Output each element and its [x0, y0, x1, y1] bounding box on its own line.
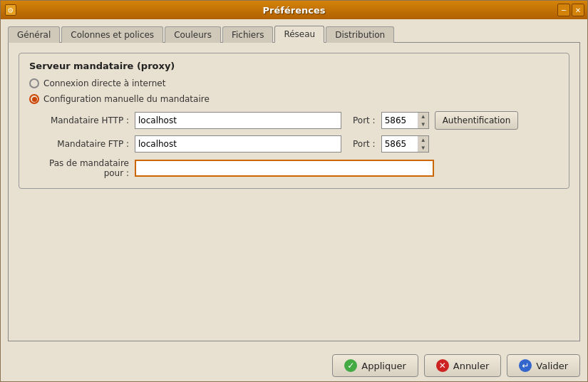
- http-port-spinners: ▲ ▼: [418, 113, 428, 128]
- minimize-button[interactable]: ─: [557, 4, 570, 16]
- ftp-port-label: Port :: [353, 139, 376, 149]
- tab-general[interactable]: Général: [8, 26, 60, 43]
- radio-row-manual: Configuration manuelle du mandataire: [29, 94, 559, 104]
- ftp-port-up[interactable]: ▲: [418, 136, 428, 144]
- http-proxy-row: Mandataire HTTP : Port : ▲ ▼ Authentific…: [29, 111, 559, 130]
- tab-columns[interactable]: Colonnes et polices: [61, 26, 163, 43]
- http-port-wrap: ▲ ▼: [381, 112, 429, 129]
- http-port-up[interactable]: ▲: [418, 113, 428, 120]
- window-icon: ⚙: [5, 4, 16, 16]
- tab-bar: Général Colonnes et polices Couleurs Fic…: [8, 25, 580, 42]
- tab-colors[interactable]: Couleurs: [165, 26, 221, 43]
- groupbox-title: Serveur mandataire (proxy): [29, 61, 559, 71]
- tab-files[interactable]: Fichiers: [222, 26, 273, 43]
- no-proxy-input[interactable]: [135, 160, 434, 177]
- tab-panel-network: Serveur mandataire (proxy) Connexion dir…: [8, 42, 580, 341]
- proxy-fields: Mandataire HTTP : Port : ▲ ▼ Authentific…: [29, 111, 559, 178]
- tab-network[interactable]: Réseau: [274, 26, 324, 43]
- close-button[interactable]: ✕: [572, 4, 584, 16]
- bottom-bar: ✓ Appliquer ✕ Annuler ↵ Valider: [1, 349, 587, 381]
- no-proxy-row: Pas de mandataire pour :: [29, 158, 559, 178]
- radio-manual[interactable]: [29, 94, 39, 104]
- preferences-window: ⚙ Préférences ─ ✕ Général Colonnes et po…: [0, 0, 588, 382]
- ftp-port-input[interactable]: [382, 136, 418, 152]
- titlebar-controls: ─ ✕: [557, 4, 584, 16]
- ftp-port-down[interactable]: ▼: [418, 144, 428, 152]
- radio-direct-label: Connexion directe à internet: [43, 78, 165, 88]
- http-proxy-input[interactable]: [135, 112, 341, 129]
- http-port-input[interactable]: [382, 113, 418, 128]
- ftp-proxy-input[interactable]: [135, 135, 341, 153]
- auth-button[interactable]: Authentification: [435, 111, 519, 130]
- ftp-port-spinners: ▲ ▼: [418, 136, 428, 152]
- annuler-icon: ✕: [436, 359, 449, 372]
- appliquer-icon: ✓: [344, 359, 357, 372]
- valider-button[interactable]: ↵ Valider: [507, 354, 580, 377]
- ftp-proxy-label: Mandataire FTP :: [29, 139, 129, 149]
- proxy-groupbox: Serveur mandataire (proxy) Connexion dir…: [19, 53, 569, 189]
- no-proxy-label: Pas de mandataire pour :: [29, 158, 129, 178]
- radio-manual-label: Configuration manuelle du mandataire: [43, 94, 210, 104]
- radio-row-direct: Connexion directe à internet: [29, 78, 559, 88]
- radio-direct[interactable]: [29, 78, 39, 88]
- appliquer-button[interactable]: ✓ Appliquer: [332, 354, 418, 377]
- annuler-button[interactable]: ✕ Annuler: [424, 354, 502, 377]
- main-content: Général Colonnes et polices Couleurs Fic…: [1, 19, 587, 349]
- http-port-down[interactable]: ▼: [418, 120, 428, 128]
- http-proxy-label: Mandataire HTTP :: [29, 115, 129, 125]
- ftp-port-wrap: ▲ ▼: [381, 135, 429, 153]
- titlebar: ⚙ Préférences ─ ✕: [1, 1, 587, 19]
- valider-icon: ↵: [519, 359, 532, 372]
- tab-distribution[interactable]: Distribution: [326, 26, 394, 43]
- window-title: Préférences: [263, 5, 326, 16]
- ftp-proxy-row: Mandataire FTP : Port : ▲ ▼: [29, 135, 559, 153]
- http-port-label: Port :: [353, 115, 376, 125]
